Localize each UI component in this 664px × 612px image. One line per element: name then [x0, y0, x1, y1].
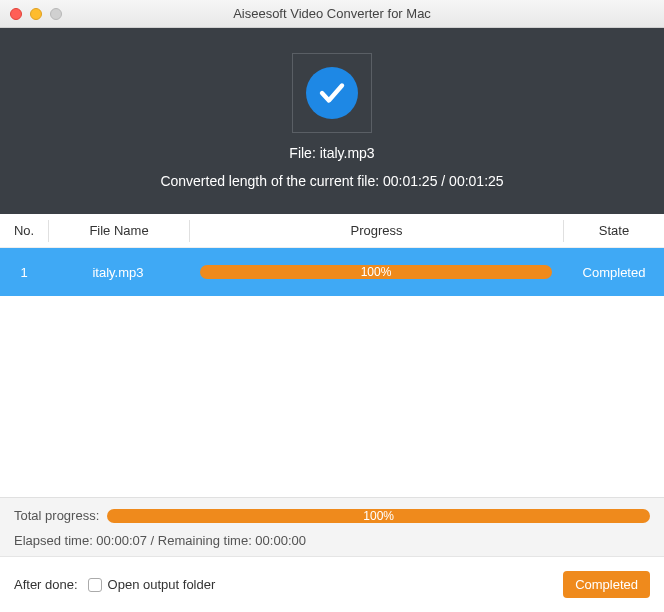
- progress-percent: 100%: [361, 265, 392, 279]
- window-title: Aiseesoft Video Converter for Mac: [0, 6, 664, 21]
- titlebar: Aiseesoft Video Converter for Mac: [0, 0, 664, 28]
- footer-progress: Total progress: 100% Elapsed time: 00:00…: [0, 497, 664, 556]
- status-badge: [292, 53, 372, 133]
- progress-bar: 100%: [200, 265, 552, 279]
- hero-panel: File: italy.mp3 Converted length of the …: [0, 28, 664, 214]
- maximize-icon: [50, 8, 62, 20]
- col-progress: Progress: [190, 223, 563, 238]
- col-state: State: [564, 223, 664, 238]
- total-progress-label: Total progress:: [14, 508, 99, 523]
- minimize-icon[interactable]: [30, 8, 42, 20]
- table-row[interactable]: 1 italy.mp3 100% Completed: [0, 248, 664, 296]
- open-folder-checkbox[interactable]: [88, 578, 102, 592]
- col-file-name: File Name: [49, 223, 189, 238]
- row-progress-cell: 100%: [188, 265, 564, 279]
- current-file-label: File: italy.mp3: [289, 145, 374, 161]
- completed-button[interactable]: Completed: [563, 571, 650, 598]
- after-done-label: After done:: [14, 577, 78, 592]
- row-state: Completed: [564, 265, 664, 280]
- table-header: No. File Name Progress State: [0, 214, 664, 248]
- col-no: No.: [0, 223, 48, 238]
- open-folder-label: Open output folder: [108, 577, 216, 592]
- elapsed-time-label: Elapsed time: 00:00:07 / Remaining time:…: [14, 533, 650, 548]
- close-icon[interactable]: [10, 8, 22, 20]
- row-file-name: italy.mp3: [48, 265, 188, 280]
- check-icon: [306, 67, 358, 119]
- footer-actions: After done: Open output folder Completed: [0, 556, 664, 612]
- converted-length-label: Converted length of the current file: 00…: [160, 173, 503, 189]
- total-progress-bar: 100%: [107, 509, 650, 523]
- row-no: 1: [0, 265, 48, 280]
- total-progress-percent: 100%: [363, 509, 394, 523]
